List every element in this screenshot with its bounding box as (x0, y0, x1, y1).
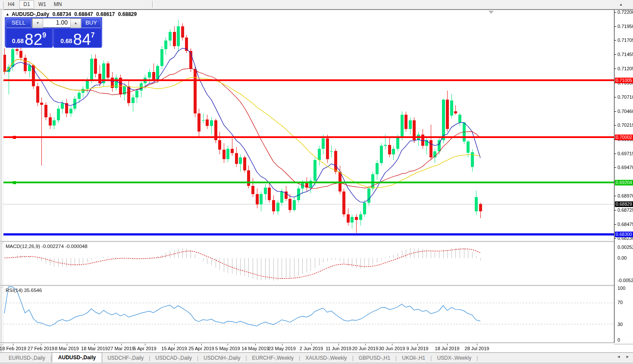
price-axis-label: 0.70710 (617, 94, 633, 100)
indicator-axis-label: 70 (617, 300, 623, 305)
date-axis-tick (201, 344, 202, 345)
date-axis-tick (121, 344, 122, 345)
price-axis-tick (614, 238, 616, 238)
tab-separator: | (476, 355, 478, 361)
price-axis-label: 0.69715 (617, 151, 633, 156)
buy-price-box[interactable]: 0.68 84 7 (53, 28, 102, 48)
sell-button[interactable]: SELL (6, 18, 31, 28)
buy-price-prefix: 0.68 (60, 38, 72, 44)
date-axis-tick (41, 344, 41, 345)
date-axis-tick (338, 344, 339, 345)
ohlc-high: 0.68847 (74, 11, 93, 17)
price-axis-label: 0.71205 (617, 66, 633, 71)
chart-tab-usdcnh[interactable]: USDCNH-,Daily (198, 354, 245, 362)
sell-price-big: 82 (25, 33, 42, 46)
price-axis-label: 0.71455 (617, 52, 633, 57)
date-axis-tick (311, 344, 312, 345)
ohlc-bid: 0.68829 (118, 11, 137, 17)
price-axis-label: 0.70460 (617, 109, 633, 114)
date-axis-tick (145, 344, 145, 345)
price-axis-tick (614, 111, 616, 112)
timeframe-button-w1[interactable]: W1 (35, 0, 50, 9)
date-axis-tick (392, 344, 392, 345)
price-axis-tick (614, 54, 616, 55)
macd-main-value: -0.002274 (41, 244, 64, 249)
price-axis-label: 0.71705 (617, 38, 633, 43)
timeframe-button-mn[interactable]: MN (50, 0, 65, 9)
tabs-scroll-right-icon[interactable]: ► (626, 355, 630, 359)
date-axis-tick (67, 344, 67, 345)
date-axis-label: 18 Jul 2019 (430, 346, 464, 351)
price-axis-label: 0.72200 (617, 9, 633, 15)
volume-stepper: ▼ 1.00 ▲ (32, 18, 81, 28)
ohlc-open: 0.68734 (53, 11, 71, 17)
one-click-trade-panel: SELL ▼ 1.00 ▲ BUY 0.68 82 9 0.68 84 7 (5, 17, 102, 47)
price-axis-label: 0.68725 (617, 207, 633, 213)
macd-indicator-canvas[interactable] (3, 242, 614, 285)
buy-price-pip: 7 (91, 31, 95, 39)
date-axis[interactable]: 18 Feb 201927 Feb 20198 Mar 201918 Mar 2… (3, 344, 614, 352)
macd-signal-value: -0.000048 (65, 244, 88, 249)
rsi-indicator-canvas[interactable] (3, 286, 614, 343)
volume-input[interactable]: 1.00 (43, 19, 70, 27)
buy-button[interactable]: BUY (81, 18, 101, 28)
price-axis-tick (614, 12, 616, 13)
toolbar-separator (152, 1, 154, 8)
date-axis-label: 28 Jul 2019 (460, 346, 494, 351)
price-axis-tick (614, 97, 616, 97)
volume-decrease-icon[interactable]: ▼ (32, 19, 43, 28)
price-axis-tick (614, 196, 616, 196)
sell-price-prefix: 0.68 (12, 38, 24, 44)
price-axis-label: 0.70215 (617, 122, 633, 128)
macd-name: MACD(12,26,9) (6, 244, 40, 249)
chart-tab-eurchf[interactable]: EURCHF-,Weekly (247, 354, 299, 362)
price-level-badge: 0.70002 (615, 135, 633, 140)
chart-tab-eurusd[interactable]: EURUSD-,Daily (3, 354, 50, 362)
tab-navigation: ◄ ► (617, 355, 630, 359)
chart-tab-gbpusd[interactable]: GBPUSD-,H1 (354, 354, 395, 362)
date-axis-tick (447, 344, 448, 345)
chart-tab-xauusd[interactable]: XAUUSD-,Weekly (300, 354, 352, 362)
chart-tab-usdchf[interactable]: USDCHF-,Daily (102, 354, 149, 362)
indicator-axis-label: 0.00 (617, 255, 627, 260)
price-level-badge: 0.71005 (615, 78, 633, 83)
chart-tabs-bar: EURUSD-,Daily|AUDUSD-,DailyUSDCHF-,Daily… (0, 352, 633, 363)
indicator-axis-label: 0 (617, 337, 620, 342)
price-axis-label: 0.68970 (617, 193, 633, 198)
chart-tab-audusd[interactable]: AUDUSD-,Daily (52, 352, 102, 363)
rsi-name: RSI(14) (6, 288, 23, 293)
chart-tab-usdx[interactable]: USDX-,Weekly (432, 354, 476, 362)
sell-price-pip: 9 (42, 31, 46, 39)
rsi-value: 35.6546 (24, 288, 42, 293)
price-level-badge: 0.68300 (615, 232, 633, 237)
price-axis-tick (614, 69, 616, 69)
date-axis-tick (282, 344, 282, 345)
tabs-scroll-left-icon[interactable]: ◄ (617, 355, 620, 359)
timeframe-button-h4[interactable]: H4 (4, 0, 19, 9)
sell-price-box[interactable]: 0.68 82 9 (6, 28, 53, 48)
price-axis-tick (614, 154, 616, 154)
volume-increase-icon[interactable]: ▲ (70, 19, 81, 28)
date-axis-tick (365, 344, 366, 345)
rsi-label: RSI(14) 35.6546 (6, 288, 42, 293)
chart-tab-ukoil[interactable]: UKOil-,H1 (397, 354, 430, 362)
price-axis[interactable]: 0.722000.719500.717050.714550.712050.709… (614, 10, 633, 343)
price-axis-label: 0.68475 (617, 222, 633, 227)
timeframe-buttons: H4D1W1MN (3, 0, 66, 9)
date-axis-tick (417, 344, 418, 345)
indicator-axis-label: 30 (617, 322, 623, 327)
toolbar-overflow-icon[interactable]: ▲ (619, 3, 623, 6)
indicator-axis-label: -0.005234 (617, 278, 633, 283)
price-axis-tick (614, 210, 616, 210)
chart-symbol-label: AUDUSD-,Daily (12, 11, 49, 17)
trade-panel-top-row: SELL ▼ 1.00 ▲ BUY (5, 18, 102, 28)
timeframe-button-d1[interactable]: D1 (19, 0, 34, 9)
chart-tab-usdcad[interactable]: USDCAD-,Daily (150, 354, 197, 362)
price-axis-label: 0.71950 (617, 24, 633, 29)
chart-title-icon: ▲ (6, 12, 9, 16)
date-axis-tick (94, 344, 95, 345)
buy-price-big: 84 (73, 33, 91, 46)
date-axis-tick (255, 344, 256, 345)
indicator-axis-label: 100 (617, 286, 625, 291)
indicator-axis-label: 0.002522 (617, 245, 633, 250)
